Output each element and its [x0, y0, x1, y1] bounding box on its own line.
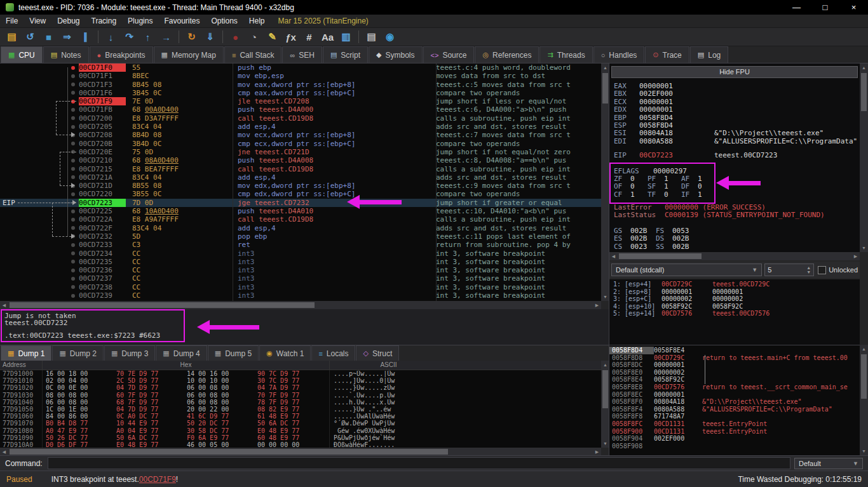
tab-dump-4[interactable]: ▦Dump 4: [156, 345, 207, 361]
unlocked-checkbox[interactable]: Unlocked: [818, 266, 858, 274]
flag-value[interactable]: 0: [664, 190, 668, 199]
breakpoint-bomb-button[interactable]: ●: [226, 29, 245, 45]
disasm-row[interactable]: 00CD71F63B45 0Ccmp eax,dword ptr ss:[ebp…: [0, 89, 601, 97]
tab-memory-map[interactable]: ▦Memory Map: [154, 46, 224, 63]
disasm-row[interactable]: 00CD721D8B55 08mov edx,dword ptr ss:[ebp…: [0, 182, 601, 190]
skip-button[interactable]: ⇓: [201, 29, 219, 45]
tab-seh[interactable]: ∞SEH: [282, 46, 322, 63]
disasm-row[interactable]: 00CD72088B4D 08mov ecx,dword ptr ss:[ebp…: [0, 131, 601, 139]
stop-button[interactable]: ■: [39, 29, 58, 45]
menu-debug[interactable]: Debug: [51, 15, 85, 27]
patches-button[interactable]: ✎: [263, 29, 281, 45]
tab-dump-5[interactable]: ▦Dump 5: [208, 345, 259, 361]
tab-threads[interactable]: ⇉Threads: [539, 46, 592, 63]
menu-view[interactable]: View: [24, 15, 51, 27]
stack-row[interactable]: 0058F8E40058F92C: [609, 376, 860, 384]
stack-row[interactable]: 0058F8F000804A18&"D:\\Project\\teeest.ex…: [609, 398, 860, 406]
registers-vertical-scrollbar[interactable]: ▲ ▼: [860, 63, 868, 252]
tab-source[interactable]: <>Source: [423, 46, 475, 63]
disasm-row[interactable]: 00CD72237D 0Djge teeest.CD7232jump short…: [0, 199, 601, 207]
dump-row[interactable]: 77D9100016 00 18 0070 7E D9 7714 00 16 0…: [0, 370, 601, 377]
tab-references[interactable]: ◎References: [475, 46, 539, 63]
hide-fpu-button[interactable]: Hide FPU: [611, 66, 858, 78]
dump-row[interactable]: 77D91070B0 B4 D8 7710 44 E9 7750 20 DC 7…: [0, 420, 601, 427]
flag-value[interactable]: 1: [664, 175, 668, 183]
disasm-row[interactable]: 00CD7236CCint3int 3, software breakpoint: [0, 266, 601, 274]
flag-value[interactable]: 0: [630, 175, 635, 183]
dump-row[interactable]: 77D91080A0 47 E9 77A0 04 E9 7730 58 DC 7…: [0, 427, 601, 434]
tab-struct[interactable]: ◇Struct: [356, 345, 399, 361]
comment-hash-button[interactable]: #: [300, 29, 318, 45]
stack-row[interactable]: 0058F908: [609, 443, 860, 450]
disasm-row[interactable]: 00CD722F83C4 04add esp,4adds src and dst…: [0, 224, 601, 232]
scroll-right-icon[interactable]: ▶: [851, 252, 860, 260]
disasm-row[interactable]: 00CD722AE8 A9A7FFFFcall teeest.CD19D8cal…: [0, 215, 601, 223]
stack-row[interactable]: 0058F8D800CD729Creturn to teeest.main+C …: [609, 354, 860, 362]
disasm-row[interactable]: 00CD720B3B4D 0Ccmp ecx,dword ptr ss:[ebp…: [0, 140, 601, 148]
flag-value[interactable]: 1: [698, 175, 702, 183]
disasm-row[interactable]: 00CD721A83C4 04add esp,4adds src and dst…: [0, 173, 601, 182]
calling-convention-dropdown[interactable]: Default (stdcall) ▼: [611, 264, 762, 276]
flag-value[interactable]: 0: [698, 182, 702, 190]
menu-plugins[interactable]: Plugins: [122, 15, 158, 27]
menu-help[interactable]: Help: [243, 15, 271, 27]
checkbox-icon[interactable]: [818, 266, 826, 274]
scroll-left-icon[interactable]: ◀: [609, 252, 618, 260]
dump-row[interactable]: 77D910501C 00 1E 0004 7D D9 7720 00 22 0…: [0, 406, 601, 413]
register-value[interactable]: 002EF000: [639, 90, 714, 98]
disasm-row[interactable]: 00CD71F055push ebpteeest.c:4 push word, …: [0, 63, 601, 72]
dump-row[interactable]: 77D9104006 00 08 0068 7F D9 7706 00 08 0…: [0, 399, 601, 406]
disasm-row[interactable]: 00CD7238CCint3int 3, software breakpoint: [0, 283, 601, 291]
stack-view[interactable]: 0058F8D40058F8E40058F8D800CD729Creturn t…: [609, 345, 860, 455]
menu-favourites[interactable]: Favourites: [158, 15, 205, 27]
scroll-up-icon[interactable]: ▲: [860, 63, 868, 72]
register-value[interactable]: 0080A588: [639, 138, 714, 145]
step-out-button[interactable]: ↑: [139, 29, 157, 45]
stack-row[interactable]: 0058F90000CD1131teeest.EntryPoint: [609, 428, 860, 436]
flag-value[interactable]: 0: [630, 182, 635, 190]
stepper-arrows-icon[interactable]: ▲▼: [806, 265, 811, 274]
tab-watch-1[interactable]: ◉Watch 1: [259, 345, 311, 361]
menu-tracing[interactable]: Tracing: [86, 15, 123, 27]
scroll-down-icon[interactable]: ▼: [860, 447, 868, 455]
disasm-row[interactable]: 00CD720E75 0Djne teeest.CD721Djump short…: [0, 148, 601, 156]
tab-handles[interactable]: ○Handles: [593, 46, 645, 63]
scroll-up-icon[interactable]: ▲: [860, 345, 868, 353]
dump-row[interactable]: 77D910200C 00 0E 0004 7D D9 7706 00 08 0…: [0, 384, 601, 391]
step-over-button[interactable]: ↷: [120, 29, 139, 45]
run-to-return-button[interactable]: →: [157, 29, 175, 45]
stack-row[interactable]: 0058F904002EF000: [609, 435, 860, 443]
notes-toolbar-button[interactable]: ▤: [362, 29, 381, 45]
disasm-row[interactable]: 00CD7237CCint3int 3, software breakpoint: [0, 274, 601, 283]
disasm-row[interactable]: 00CD71F18BECmov ebp,espmoves data from s…: [0, 72, 601, 80]
tab-locals[interactable]: ≡Locals: [311, 345, 355, 361]
stack-row[interactable]: 0058F8DC00000001: [609, 361, 860, 369]
argument-count-stepper[interactable]: 5 ▲▼: [764, 264, 814, 276]
disasm-row[interactable]: 00CD7239CCint3int 3, software breakpoint: [0, 291, 601, 300]
stack-row[interactable]: 0058F8F8671748A7: [609, 413, 860, 420]
column-splitter[interactable]: [233, 63, 233, 301]
tab-script[interactable]: ▤Script: [323, 46, 368, 63]
tab-symbols[interactable]: ◆Symbols: [369, 46, 422, 63]
stack-vertical-scrollbar[interactable]: ▲ ▼: [860, 345, 868, 455]
disasm-horizontal-scrollbar[interactable]: ◀ ▶: [0, 301, 601, 309]
menu-options[interactable]: Options: [205, 15, 243, 27]
function-analysis-button[interactable]: ƒx: [281, 29, 300, 45]
scroll-down-icon[interactable]: ▼: [860, 244, 868, 252]
restart-button[interactable]: ↺: [21, 29, 39, 45]
animate-into-button[interactable]: ↻: [182, 29, 201, 45]
tab-trace[interactable]: ⊙Trace: [645, 46, 689, 63]
dump-view[interactable]: Address Hex ASCII 77D9100016 00 18 0070 …: [0, 361, 601, 448]
stack-row[interactable]: 0058F8EC00000001: [609, 391, 860, 399]
tab-dump-2[interactable]: ▦Dump 2: [52, 345, 103, 361]
breakpoint-address-link[interactable]: 00CD71F9: [139, 475, 176, 484]
scroll-left-icon[interactable]: ◀: [0, 301, 8, 309]
memory-goto-button[interactable]: ▥: [337, 29, 355, 45]
tab-notes[interactable]: ▤Notes: [43, 46, 89, 63]
tab-call-stack[interactable]: ≡Call Stack: [224, 46, 281, 63]
disasm-row[interactable]: 00CD71F97E 0Djle teeest.CD7208jump short…: [0, 97, 601, 105]
dump-row[interactable]: 77D9103008 00 08 0060 7F D9 7706 00 08 0…: [0, 392, 601, 399]
dump-row[interactable]: 77D910A0D0 D6 DF 77E0 48 E9 7746 00 05 0…: [0, 441, 601, 448]
run-button[interactable]: ⇒: [58, 29, 76, 45]
disasm-row[interactable]: 00CD72325Dpop ebpteeest.c:11 pops last e…: [0, 232, 601, 241]
